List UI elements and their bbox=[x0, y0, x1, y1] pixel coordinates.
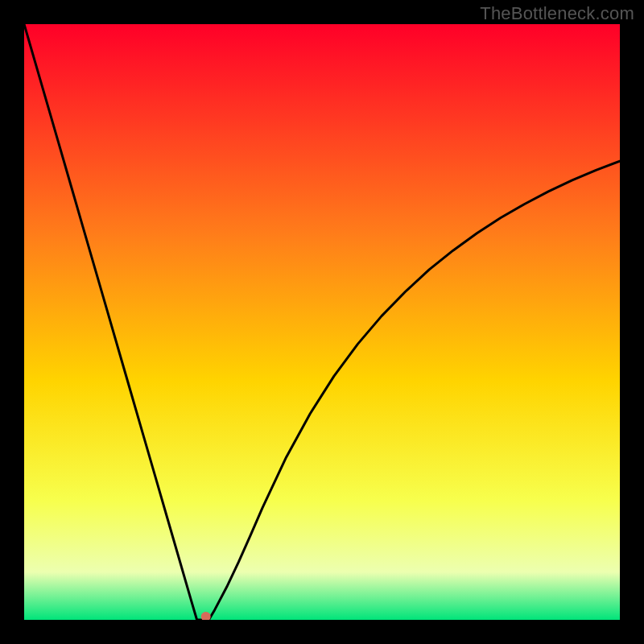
plot-area bbox=[24, 24, 620, 620]
watermark-text: TheBottleneck.com bbox=[480, 3, 634, 24]
chart-container: TheBottleneck.com bbox=[0, 0, 644, 644]
gradient-background bbox=[24, 24, 620, 620]
chart-svg bbox=[24, 24, 620, 620]
